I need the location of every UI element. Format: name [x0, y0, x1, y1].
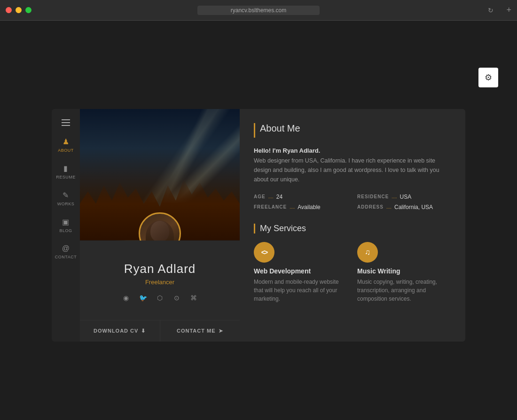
gear-icon: ⚙: [485, 72, 492, 83]
reload-button[interactable]: ↻: [488, 7, 494, 14]
age-value: 24: [276, 194, 282, 200]
avatar: [139, 212, 181, 241]
new-tab-button[interactable]: +: [506, 5, 511, 15]
social-links: ◉ 🐦 ⬡ ⊙ ⌘: [89, 292, 230, 303]
sidebar: ♟ ABOUT ▮ RESUME ✎ WORKS ▣ BLOG @ CONTAC…: [52, 109, 80, 342]
user-icon: ♟: [63, 137, 70, 146]
info-grid: AGE .... 24 RESIDENCE .... USA FREELANCE…: [254, 194, 451, 210]
web-dev-desc: Modern and mobile-ready website that wil…: [254, 278, 348, 303]
profile-title: Freelancer: [89, 279, 230, 286]
contact-me-button[interactable]: CONTACT ME ➤: [160, 320, 240, 342]
profile-background: [80, 109, 240, 241]
info-residence: RESIDENCE .... USA: [357, 194, 451, 200]
age-dots: ....: [268, 194, 274, 199]
at-icon: @: [62, 244, 70, 253]
titlebar: ryancv.bslthemes.com ↻ +: [0, 0, 517, 21]
profile-name: Ryan Adlard: [89, 262, 230, 276]
profile-card: Ryan Adlard Freelancer ◉ 🐦 ⬡ ⊙ ⌘ DOWNLOA…: [80, 109, 240, 342]
services-grid: <> Web Development Modern and mobile-rea…: [254, 242, 451, 303]
arrow-right-icon: ➤: [219, 328, 223, 334]
music-desc: Music copying, writing, creating, transc…: [357, 278, 451, 303]
url-bar[interactable]: ryancv.bslthemes.com: [197, 6, 320, 15]
sidebar-item-blog-label: BLOG: [59, 228, 72, 233]
freelance-dots: ....: [290, 204, 295, 210]
sidebar-item-resume[interactable]: ▮ RESUME: [52, 158, 80, 185]
music-name: Music Writing: [357, 267, 451, 275]
sidebar-item-works-label: WORKS: [57, 202, 75, 206]
info-age: AGE .... 24: [254, 194, 348, 200]
residence-label: RESIDENCE: [357, 194, 389, 199]
info-address: ADDRESS .... California, USA: [357, 204, 451, 210]
about-panel: About Me Hello! I'm Ryan Adlard. Web des…: [240, 109, 465, 342]
settings-button[interactable]: ⚙: [478, 68, 498, 87]
music-note-icon: ♫: [365, 248, 370, 257]
music-icon-wrap: ♫: [357, 242, 378, 263]
profile-actions: DOWNLOAD CV ⬇ CONTACT ME ➤: [80, 320, 240, 342]
services-section-title: My Services: [254, 224, 451, 233]
address-dots: ....: [386, 204, 392, 210]
maximize-button[interactable]: [25, 7, 31, 13]
resume-icon: ▮: [63, 164, 68, 173]
info-freelance: FREELANCE .... Available: [254, 204, 348, 210]
code-icon: <>: [261, 249, 267, 256]
minimize-button[interactable]: [16, 7, 22, 13]
github-icon[interactable]: ⬡: [154, 292, 165, 303]
spotify-icon[interactable]: ⊙: [171, 292, 182, 303]
web-dev-name: Web Development: [254, 267, 348, 275]
residence-value: USA: [400, 194, 411, 200]
sidebar-item-contact[interactable]: @ CONTACT: [52, 239, 80, 265]
bio-text: Web designer from USA, California. I hav…: [254, 156, 451, 184]
sidebar-item-contact-label: CONTACT: [55, 255, 77, 259]
blog-icon: ▣: [62, 218, 70, 226]
address-value: California, USA: [394, 204, 433, 210]
hamburger-line: [62, 119, 70, 120]
address-label: ADDRESS: [357, 204, 384, 210]
profile-info: Ryan Adlard Freelancer ◉ 🐦 ⬡ ⊙ ⌘: [80, 241, 240, 315]
service-music: ♫ Music Writing Music copying, writing, …: [357, 242, 451, 303]
sidebar-item-works[interactable]: ✎ WORKS: [52, 185, 80, 212]
hamburger-line: [62, 125, 70, 126]
twitter-icon[interactable]: 🐦: [137, 292, 149, 303]
hamburger-menu[interactable]: [62, 114, 70, 132]
download-icon: ⬇: [141, 328, 146, 334]
close-button[interactable]: [6, 7, 12, 13]
main-area: ⚙ ♟ ABOUT ▮ RESUME ✎ WORKS ▣: [0, 21, 517, 420]
dribbble-icon[interactable]: ◉: [120, 292, 132, 303]
age-label: AGE: [254, 194, 266, 199]
contact-me-label: CONTACT ME: [177, 328, 216, 334]
service-web-dev: <> Web Development Modern and mobile-rea…: [254, 242, 348, 303]
pencil-icon: ✎: [63, 191, 69, 200]
avatar-wrapper: [139, 212, 181, 241]
sidebar-item-about[interactable]: ♟ ABOUT: [52, 132, 80, 158]
residence-dots: ....: [392, 194, 397, 199]
web-dev-icon-wrap: <>: [254, 242, 274, 263]
bio-intro: Hello! I'm Ryan Adlard.: [254, 147, 451, 154]
hamburger-line: [62, 122, 70, 123]
codepen-icon[interactable]: ⌘: [188, 292, 199, 303]
freelance-value: Available: [298, 204, 320, 210]
titlebar-buttons: [6, 7, 31, 13]
download-cv-label: DOWNLOAD CV: [94, 328, 138, 334]
sidebar-item-blog[interactable]: ▣ BLOG: [52, 212, 80, 239]
freelance-label: FREELANCE: [254, 204, 287, 210]
sidebar-item-resume-label: RESUME: [56, 175, 76, 179]
about-section-title: About Me: [254, 123, 451, 138]
card-wrapper: ♟ ABOUT ▮ RESUME ✎ WORKS ▣ BLOG @ CONTAC…: [52, 109, 465, 342]
sidebar-item-about-label: ABOUT: [58, 148, 74, 153]
download-cv-button[interactable]: DOWNLOAD CV ⬇: [80, 320, 160, 342]
